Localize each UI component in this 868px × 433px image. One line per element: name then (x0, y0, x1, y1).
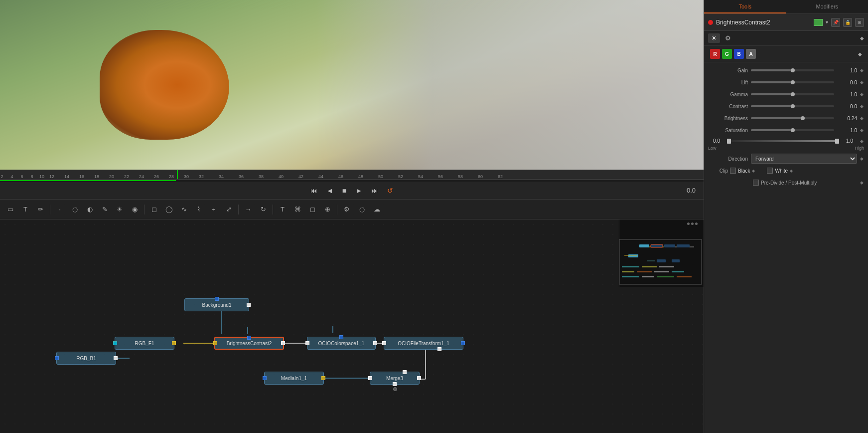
saturation-value: 1.0 (837, 128, 857, 133)
node-rgb-b1[interactable]: RGB_B1 (56, 352, 116, 365)
node-label: OCIOColorspace1_1 (318, 341, 365, 346)
brush-tool-button[interactable]: ✎ (98, 203, 111, 216)
select-tool-button[interactable]: ▭ (4, 203, 17, 216)
polyline-tool-button[interactable]: ⌇ (192, 203, 205, 216)
node-rgb-f1[interactable]: RGB_F1 (115, 337, 174, 350)
saturation-slider[interactable] (751, 129, 834, 131)
rotate-tool-button[interactable]: ↻ (257, 203, 270, 216)
ruler-tick: 32 (199, 174, 204, 179)
gain-diamond: ◆ (860, 68, 864, 73)
node-color-swatch[interactable] (814, 19, 823, 26)
to-end-button[interactable]: ⏭ (369, 186, 380, 196)
gain-slider[interactable] (751, 69, 834, 71)
ruler-tick: 60 (478, 174, 483, 179)
node-ocio-file-transform[interactable]: OCIOFileTransform1_1 (384, 337, 463, 350)
gain-label: Gain (708, 68, 748, 73)
gamma-slider-thumb[interactable] (791, 92, 795, 96)
loop-button[interactable]: ↺ (385, 186, 395, 196)
node-label: MediaIn1_1 (281, 376, 307, 381)
brightness-slider-fill (751, 117, 803, 119)
options-dot (691, 222, 694, 225)
eraser-tool-button[interactable]: ◐ (83, 203, 96, 216)
play-button[interactable]: ► (353, 186, 364, 196)
node-label: Merge3 (386, 376, 403, 381)
brightness-value: 0.24 (837, 116, 857, 121)
range-thumb-left[interactable] (727, 139, 731, 144)
node-graph-options[interactable] (687, 222, 698, 225)
brightness-slider[interactable] (751, 117, 834, 119)
cloud-tool-button[interactable]: ☁ (370, 203, 383, 216)
expand-button[interactable]: ⊞ (855, 18, 864, 27)
range-slider[interactable] (727, 140, 839, 142)
contrast-slider-thumb[interactable] (791, 104, 795, 108)
brightness-slider-thumb[interactable] (801, 116, 805, 120)
ruler-tick: 26 (154, 174, 159, 179)
ruler-tick: 50 (378, 174, 383, 179)
gamma-slider[interactable] (751, 93, 834, 95)
display-tab-button[interactable]: ☀ (708, 33, 720, 43)
channel-b-button[interactable]: B (734, 49, 744, 59)
channel-a-button[interactable]: A (746, 49, 756, 59)
node-port-right (281, 341, 285, 345)
node-ocio-colorspace[interactable]: OCIOColorspace1_1 (307, 337, 376, 350)
options-dot (695, 222, 698, 225)
brightness-tool-button[interactable]: ☀ (113, 203, 126, 216)
node-label: RGB_F1 (135, 341, 154, 346)
ruler-tick: 28 (169, 174, 174, 179)
predivide-checkbox[interactable] (753, 180, 759, 186)
ruler-tick: 16 (79, 174, 84, 179)
rect-tool-button[interactable]: ◻ (147, 203, 160, 216)
contrast-slider[interactable] (751, 105, 834, 107)
tab-modifiers[interactable]: Modifiers (786, 0, 868, 13)
ruler-tick: 22 (124, 174, 129, 179)
gain-slider-thumb[interactable] (791, 68, 795, 72)
lift-slider[interactable] (751, 81, 834, 83)
prev-frame-button[interactable]: ◄ (324, 186, 335, 196)
clip-black-checkbox[interactable] (730, 168, 736, 174)
node-background1[interactable]: Background1 (184, 298, 249, 311)
clip-white-checkbox[interactable] (767, 168, 773, 174)
transform-tool-button[interactable]: ⤢ (222, 203, 235, 216)
text2-tool-button[interactable]: T (276, 203, 289, 216)
range-thumb-right[interactable] (835, 139, 839, 144)
svg-rect-17 (628, 254, 638, 257)
color-dropdown-arrow[interactable]: ▾ (826, 19, 828, 25)
brightness-diamond: ◆ (860, 116, 864, 121)
pin-button[interactable]: 📌 (831, 18, 840, 27)
node-port-left (113, 341, 117, 345)
direction-select[interactable]: Forward Inverse (751, 154, 857, 164)
settings-tab-button[interactable]: ⚙ (722, 33, 734, 43)
fill-tool-button[interactable]: ◉ (128, 203, 141, 216)
warp-tool-button[interactable]: ⌁ (207, 203, 220, 216)
settings-tool-button[interactable]: ⚙ (340, 203, 353, 216)
oval-tool-button[interactable]: ◯ (162, 203, 175, 216)
lock-button[interactable]: 🔒 (843, 18, 852, 27)
saturation-slider-thumb[interactable] (791, 128, 795, 132)
node-graph[interactable]: Background1 RGB_F1 BrightnessContrast2 O… (0, 219, 704, 433)
props-tabs: ☀ ⚙ ◆ (704, 31, 868, 46)
circle-tool-button[interactable]: ◌ (68, 203, 81, 216)
dot-tool-button[interactable]: · (53, 203, 66, 216)
props-content: Gain 1.0 ◆ Lift 0.0 ◆ Gamma 1. (704, 62, 868, 433)
to-start-button[interactable]: ⏮ (308, 186, 319, 196)
video-viewer (0, 0, 704, 170)
lift-diamond: ◆ (860, 80, 864, 85)
mask-tool-button[interactable]: ◻ (306, 203, 319, 216)
lift-slider-thumb[interactable] (791, 80, 795, 84)
mini-map[interactable] (619, 219, 704, 287)
tab-tools[interactable]: Tools (704, 0, 786, 13)
ruler-tick: 54 (418, 174, 423, 179)
text-tool-button[interactable]: T (19, 203, 32, 216)
node-media-in[interactable]: MediaIn1_1 (264, 372, 324, 385)
channel-g-button[interactable]: G (722, 49, 732, 59)
spline-tool-button[interactable]: ⌘ (291, 203, 304, 216)
channel-r-button[interactable]: R (710, 49, 720, 59)
bezier-tool-button[interactable]: ∿ (177, 203, 190, 216)
stop-button[interactable]: ■ (340, 186, 348, 196)
arrow-tool-button[interactable]: → (242, 203, 255, 216)
effects-tool-button[interactable]: ◌ (355, 203, 368, 216)
clone-tool-button[interactable]: ⊕ (321, 203, 334, 216)
node-merge3[interactable]: Merge3 (370, 372, 420, 385)
paint-tool-button[interactable]: ✏ (34, 203, 47, 216)
node-brightness-contrast2[interactable]: BrightnessContrast2 (214, 337, 284, 350)
